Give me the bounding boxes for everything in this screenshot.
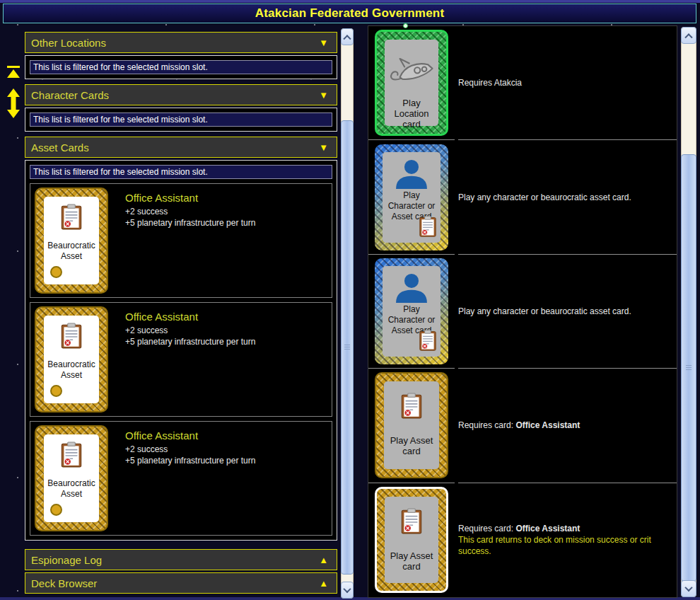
scrollbar-thumb[interactable] <box>341 120 354 575</box>
slot-description: Requires Atakcia <box>458 77 670 88</box>
asset-card-effect: +2 success <box>125 206 255 217</box>
vertical-resize-icon[interactable] <box>5 88 22 119</box>
cost-dot-icon <box>50 266 62 278</box>
page-title: Atakcian Federated Government <box>255 6 445 21</box>
filter-notice: This list is filtered for the selected m… <box>30 112 332 127</box>
asset-card-effect: +5 planetary infrastructure per turn <box>125 455 255 466</box>
slot-indicator-dot <box>403 23 408 28</box>
play-character-or-asset-card-slot[interactable]: Play Character or Asset card <box>375 258 448 364</box>
asset-card-thumbnail[interactable]: Beaurocratic Asset <box>35 306 108 412</box>
title-bar: Atakcian Federated Government <box>3 4 696 23</box>
asset-card-name: Office Assistant <box>125 192 255 204</box>
required-card-name: Office Assistant <box>515 524 580 533</box>
scroll-up-button[interactable] <box>341 28 354 45</box>
asset-card-effect: +2 success <box>125 444 255 455</box>
play-location-card-slot[interactable]: Play Location card <box>375 30 448 136</box>
slot-description-cell: Requires card: Office Assistant This car… <box>458 483 677 597</box>
rocket-icon <box>386 55 437 88</box>
slot-note: This card returns to deck on mission suc… <box>458 534 670 557</box>
card-face-label: Beaurocratic Asset <box>44 478 99 500</box>
asset-card-entry[interactable]: Beaurocratic Asset Office Assistant +2 s… <box>30 302 332 417</box>
slot-label: Play Asset card <box>385 550 438 572</box>
clipboard-icon <box>60 323 83 350</box>
mission-slot-row: Play Character or Asset card P <box>368 140 677 254</box>
clipboard-icon <box>400 508 423 535</box>
person-icon <box>393 273 430 303</box>
section-header-other-locations[interactable]: Other Locations ▼ <box>25 32 337 53</box>
scrollbar-thumb[interactable] <box>681 154 696 582</box>
clipboard-icon <box>419 330 437 352</box>
slot-description-cell: Requires Atakcia <box>458 26 677 140</box>
section-body-character-cards: This list is filtered for the selected m… <box>25 108 337 132</box>
section-header-character-cards[interactable]: Character Cards ▼ <box>25 84 337 105</box>
slot-label: Play Asset card <box>384 435 439 456</box>
slot-description-cell: Play any character or beaurocratic asset… <box>458 140 677 254</box>
section-label: Espionage Log <box>31 554 102 566</box>
slot-description: Requires card: <box>458 420 513 430</box>
play-asset-card-slot[interactable]: Play Asset card <box>375 372 448 478</box>
person-icon <box>393 159 430 189</box>
section-body-asset-cards: This list is filtered for the selected m… <box>25 160 337 541</box>
scroll-down-button[interactable] <box>341 582 354 599</box>
required-card-name: Office Assistant <box>515 420 580 430</box>
card-face-label: Beaurocratic Asset <box>44 241 99 262</box>
chevron-down-icon: ▼ <box>319 90 328 100</box>
section-label: Deck Browser <box>31 577 97 589</box>
chevron-up-icon <box>343 35 351 42</box>
chevron-up-icon <box>684 33 692 41</box>
asset-card-info: Office Assistant +2 success +5 planetary… <box>125 188 255 294</box>
left-panel-scrollbar[interactable] <box>341 28 354 599</box>
section-header-espionage-log[interactable]: Espionage Log ▲ <box>25 549 337 570</box>
cost-dot-icon <box>50 504 62 516</box>
section-label: Character Cards <box>31 89 109 101</box>
window-top-edge <box>0 0 700 3</box>
asset-card-effect: +5 planetary infrastructure per turn <box>125 336 255 347</box>
asset-card-thumbnail[interactable]: Beaurocratic Asset <box>35 425 108 531</box>
asset-card-effect: +2 success <box>125 325 255 336</box>
mission-slot-row: Play Character or Asset card P <box>368 255 677 369</box>
play-asset-card-slot-selected[interactable]: Play Asset card <box>375 487 448 593</box>
chevron-down-icon: ▼ <box>319 38 328 48</box>
slot-description: Play any character or beaurocratic asset… <box>458 192 670 203</box>
scroll-up-button[interactable] <box>681 27 696 44</box>
asset-card-entry[interactable]: Beaurocratic Asset Office Assistant +2 s… <box>30 183 332 298</box>
chevron-up-icon: ▲ <box>319 555 328 565</box>
scroll-top-icon[interactable] <box>6 65 21 79</box>
asset-card-name: Office Assistant <box>125 311 255 323</box>
mission-slot-row: Play Asset card Requires card: Office As… <box>368 483 677 597</box>
right-panel-scrollbar[interactable] <box>681 27 696 597</box>
grip-icon <box>686 365 692 371</box>
slot-description: Requires card: <box>458 524 513 533</box>
grip-icon <box>344 345 350 350</box>
chevron-down-icon <box>343 585 351 593</box>
section-label: Asset Cards <box>31 142 89 154</box>
play-character-or-asset-card-slot[interactable]: Play Character or Asset card <box>375 144 448 250</box>
chevron-down-icon: ▼ <box>319 142 328 153</box>
section-header-deck-browser[interactable]: Deck Browser ▲ <box>25 572 337 594</box>
slot-description-cell: Requires card: Office Assistant <box>458 369 677 483</box>
slot-description-cell: Play any character or beaurocratic asset… <box>458 255 677 369</box>
slot-label: Play Location card <box>385 98 438 129</box>
clipboard-icon <box>60 442 83 468</box>
asset-card-info: Office Assistant +2 success +5 planetary… <box>125 425 255 531</box>
section-label: Other Locations <box>31 37 106 49</box>
asset-card-info: Office Assistant +2 success +5 planetary… <box>125 306 255 412</box>
asset-card-thumbnail[interactable]: Beaurocratic Asset <box>35 188 108 294</box>
mission-slot-row: Play Asset card Requires card: Office As… <box>368 369 677 483</box>
chevron-up-icon: ▲ <box>319 578 328 589</box>
card-list-panel: Other Locations ▼ This list is filtered … <box>25 32 337 594</box>
clipboard-icon <box>60 204 83 231</box>
asset-card-entry[interactable]: Beaurocratic Asset Office Assistant +2 s… <box>30 421 332 536</box>
filter-notice: This list is filtered for the selected m… <box>30 165 332 179</box>
clipboard-icon <box>419 216 437 238</box>
chevron-down-icon <box>684 584 692 592</box>
scroll-down-button[interactable] <box>681 580 696 597</box>
filter-notice: This list is filtered for the selected m… <box>30 60 332 74</box>
cost-dot-icon <box>50 385 62 397</box>
slot-description: Play any character or beaurocratic asset… <box>458 306 670 317</box>
section-header-asset-cards[interactable]: Asset Cards ▼ <box>25 137 337 158</box>
asset-card-name: Office Assistant <box>125 429 255 442</box>
clipboard-icon <box>400 393 423 420</box>
section-body-other-locations: This list is filtered for the selected m… <box>25 55 337 79</box>
mission-slot-panel: Play Location card Requires Atakcia Play… <box>368 25 677 598</box>
